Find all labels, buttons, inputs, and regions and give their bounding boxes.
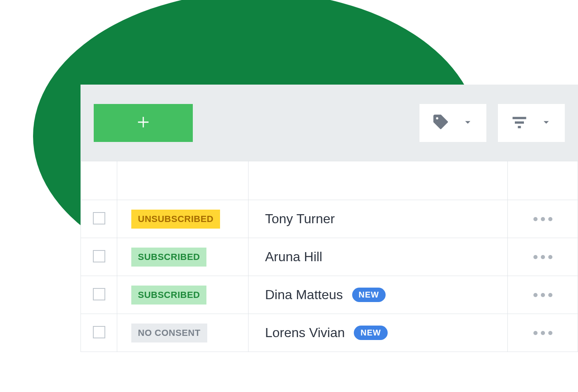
more-dots-icon: [533, 255, 538, 259]
more-dots-icon: [548, 331, 552, 335]
more-dots-icon: [541, 331, 545, 335]
more-dots-icon: [548, 293, 552, 297]
row-checkbox[interactable]: [93, 288, 105, 300]
filter-icon: [510, 113, 528, 133]
row-checkbox[interactable]: [93, 212, 105, 224]
toolbar: [81, 85, 578, 161]
more-dots-icon: [541, 293, 545, 297]
row-more-button[interactable]: [533, 293, 552, 297]
contacts-table: UNSUBSCRIBED Tony Turner SUBSCRIBED Arun…: [81, 161, 578, 352]
chevron-down-icon: [540, 116, 552, 130]
col-header-checkbox: [81, 161, 117, 200]
table-row: SUBSCRIBED Aruna Hill: [81, 238, 578, 276]
status-badge: SUBSCRIBED: [131, 248, 206, 267]
more-dots-icon: [533, 293, 538, 297]
add-button[interactable]: [94, 104, 193, 142]
status-badge: SUBSCRIBED: [131, 286, 206, 305]
row-checkbox[interactable]: [93, 326, 105, 338]
more-dots-icon: [548, 255, 552, 259]
contact-name: Tony Turner: [265, 211, 335, 227]
new-badge: NEW: [352, 288, 386, 302]
chevron-down-icon: [462, 116, 474, 130]
row-checkbox[interactable]: [93, 250, 105, 262]
new-badge: NEW: [354, 326, 388, 340]
tag-icon: [432, 113, 450, 133]
contacts-panel: UNSUBSCRIBED Tony Turner SUBSCRIBED Arun…: [81, 85, 578, 352]
row-more-button[interactable]: [533, 255, 552, 259]
more-dots-icon: [533, 217, 538, 221]
status-badge: NO CONSENT: [131, 324, 207, 342]
more-dots-icon: [541, 217, 545, 221]
table-row: UNSUBSCRIBED Tony Turner: [81, 200, 578, 238]
more-dots-icon: [548, 217, 552, 221]
plus-icon: [136, 115, 150, 131]
more-dots-icon: [533, 331, 538, 335]
col-header-name: [249, 161, 508, 200]
contact-name: Lorens Vivian: [265, 325, 345, 340]
col-header-actions: [508, 161, 578, 200]
table-header-row: [81, 161, 578, 200]
contact-name: Aruna Hill: [265, 249, 322, 264]
col-header-status: [117, 161, 249, 200]
tag-dropdown[interactable]: [419, 104, 486, 142]
table-row: NO CONSENT Lorens Vivian NEW: [81, 314, 578, 352]
contact-name: Dina Matteus: [265, 287, 343, 302]
status-badge: UNSUBSCRIBED: [131, 210, 220, 229]
table-row: SUBSCRIBED Dina Matteus NEW: [81, 276, 578, 314]
row-more-button[interactable]: [533, 217, 552, 221]
row-more-button[interactable]: [533, 331, 552, 335]
more-dots-icon: [541, 255, 545, 259]
filter-dropdown[interactable]: [498, 104, 565, 142]
